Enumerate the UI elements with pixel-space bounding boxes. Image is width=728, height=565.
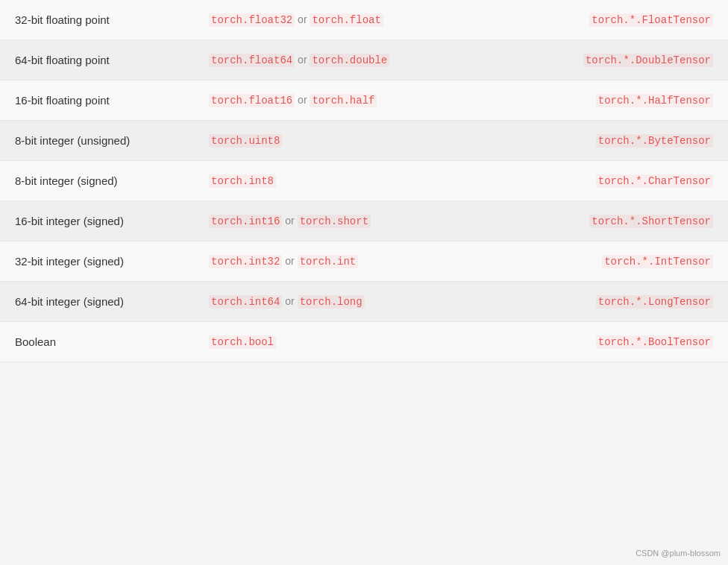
type-description: 32-bit integer (signed) [15,255,209,268]
type-description: 32-bit floating point [15,13,209,26]
alias-type-code: torch.long [298,295,365,309]
type-codes: torch.int32 or torch.int [209,255,519,268]
tensor-code: torch.*.FloatTensor [589,13,713,27]
or-separator: or [295,54,310,66]
table-row: 64-bit integer (signed)torch.int64 or to… [0,282,728,322]
tensor-class: torch.*.LongTensor [519,296,713,308]
type-codes: torch.int64 or torch.long [209,295,519,308]
tensor-class: torch.*.FloatTensor [519,14,713,26]
primary-type-code: torch.uint8 [209,134,282,148]
tensor-class: torch.*.HalfTensor [519,95,713,107]
table-row: 16-bit integer (signed)torch.int16 or to… [0,201,728,242]
type-description: 64-bit floating point [15,54,209,66]
tensor-class: torch.*.CharTensor [519,175,713,187]
table-row: 16-bit floating pointtorch.float16 or to… [0,81,728,121]
type-codes: torch.float32 or torch.float [209,13,519,26]
tensor-class: torch.*.ShortTensor [519,215,713,227]
or-separator: or [282,215,297,227]
table-row: 8-bit integer (unsigned)torch.uint8torch… [0,121,728,161]
tensor-class: torch.*.ByteTensor [519,135,713,147]
alias-type-code: torch.double [310,54,389,67]
primary-type-code: torch.int32 [209,255,282,268]
primary-type-code: torch.int8 [209,174,276,188]
type-codes: torch.int16 or torch.short [209,215,519,227]
type-description: 8-bit integer (signed) [15,174,209,187]
or-separator: or [295,94,310,106]
or-separator: or [282,255,297,267]
type-codes: torch.float64 or torch.double [209,54,519,66]
data-types-table: 32-bit floating pointtorch.float32 or to… [0,0,728,362]
tensor-code: torch.*.ByteTensor [596,134,713,148]
type-description: Boolean [15,335,209,348]
type-description: 16-bit integer (signed) [15,215,209,227]
alias-type-code: torch.float [310,13,383,27]
alias-type-code: torch.half [310,94,377,107]
primary-type-code: torch.int64 [209,295,282,309]
watermark: CSDN @plum-blossom [636,549,721,558]
type-codes: torch.int8 [209,175,519,187]
table-row: 32-bit floating pointtorch.float32 or to… [0,0,728,40]
type-codes: torch.bool [209,336,519,348]
type-description: 64-bit integer (signed) [15,295,209,308]
tensor-code: torch.*.BoolTensor [596,335,713,349]
tensor-code: torch.*.LongTensor [596,295,713,309]
or-separator: or [295,13,310,25]
type-description: 16-bit floating point [15,94,209,107]
table-row: 64-bit floating pointtorch.float64 or to… [0,40,728,81]
alias-type-code: torch.int [298,255,359,268]
table-row: 32-bit integer (signed)torch.int32 or to… [0,242,728,282]
tensor-code: torch.*.HalfTensor [596,94,713,107]
type-codes: torch.uint8 [209,135,519,147]
primary-type-code: torch.float16 [209,94,295,107]
alias-type-code: torch.short [298,215,371,228]
primary-type-code: torch.bool [209,335,276,349]
table-row: 8-bit integer (signed)torch.int8torch.*.… [0,161,728,201]
tensor-code: torch.*.CharTensor [596,174,713,188]
tensor-code: torch.*.ShortTensor [589,215,713,228]
type-description: 8-bit integer (unsigned) [15,134,209,147]
or-separator: or [282,295,297,307]
tensor-class: torch.*.DoubleTensor [519,54,713,66]
primary-type-code: torch.float64 [209,54,295,67]
tensor-code: torch.*.DoubleTensor [583,54,713,67]
type-codes: torch.float16 or torch.half [209,94,519,107]
tensor-class: torch.*.BoolTensor [519,336,713,348]
tensor-class: torch.*.IntTensor [519,256,713,268]
primary-type-code: torch.float32 [209,13,295,27]
table-row: Booleantorch.booltorch.*.BoolTensor [0,322,728,362]
tensor-code: torch.*.IntTensor [602,255,713,268]
primary-type-code: torch.int16 [209,215,282,228]
